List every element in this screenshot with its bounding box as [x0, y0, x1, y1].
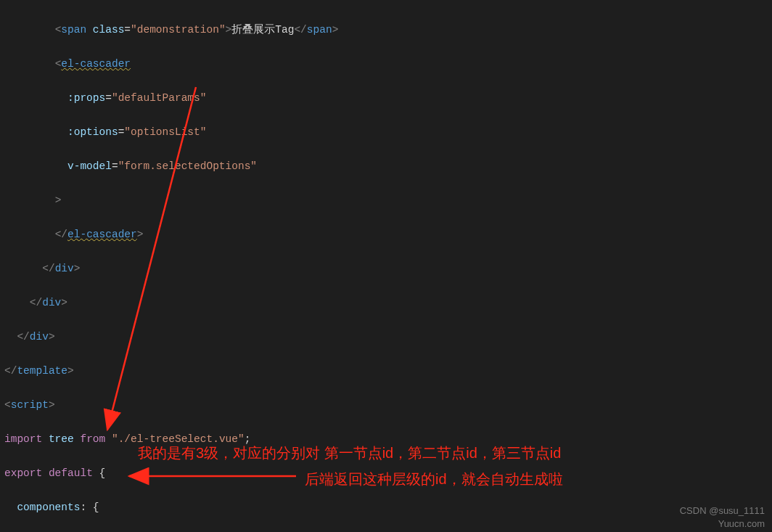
v-model-attr: v-model [67, 160, 112, 172]
tag-el-cascader: el-cascader [61, 58, 131, 70]
tag-span: span [61, 24, 86, 36]
watermark-csdn: CSDN @susu_1111 [680, 505, 765, 516]
template-close: template [17, 365, 67, 377]
watermark-site: Yuucn.com [718, 518, 765, 529]
script-open: script [11, 399, 49, 411]
span-content: 折叠展示Tag [231, 24, 294, 36]
code-editor[interactable]: <span class="demonstration">折叠展示Tag</spa… [0, 0, 772, 532]
